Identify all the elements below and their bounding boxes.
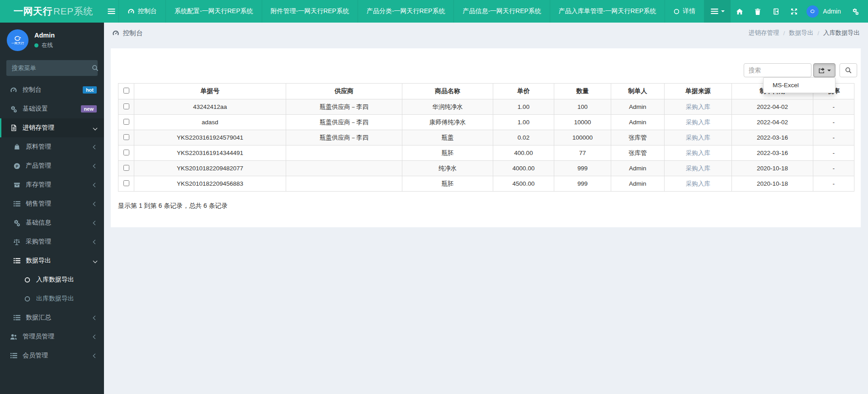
sidebar-item-4[interactable]: P产品管理 (0, 156, 104, 175)
table-cell: YKS2203161914344491 (134, 145, 286, 161)
breadcrumb: 进销存管理 / 数据导出 / 入库数据导出 (749, 29, 860, 37)
sidebar-item-label: 控制台 (23, 86, 42, 94)
breadcrumb-item[interactable]: 进销存管理 (749, 29, 779, 37)
table-cell: - (813, 99, 854, 115)
expand-icon (791, 8, 797, 15)
top-navbar: 一网天行 REP系统 控制台系统配置-一网天行REP系统附件管理-一网天行REP… (0, 0, 868, 23)
sidebar-toggle-button[interactable] (104, 0, 118, 23)
table-cell: - (813, 176, 854, 192)
export-button[interactable] (813, 63, 835, 77)
table-row: YKS2203161914344491瓶胚400.0077张库管采购入库2022… (118, 145, 854, 161)
sidebar-item-8[interactable]: 采购管理 (0, 232, 104, 251)
chevron-left-icon (93, 334, 98, 339)
breadcrumb-item[interactable]: 数据导出 (789, 29, 813, 37)
sidebar-item-label: 出库数据导出 (36, 295, 74, 303)
table-search-button[interactable] (840, 63, 857, 77)
table-cell: 瓶盖供应商－李四 (286, 115, 402, 130)
table-cell: 1.00 (493, 99, 554, 115)
settings-button[interactable] (846, 0, 864, 23)
sidebar-item-7[interactable]: 基础信息 (0, 213, 104, 232)
navbar-avatar[interactable] (807, 5, 819, 18)
table-cell: 100000 (554, 130, 611, 145)
sidebar-item-14[interactable]: 会员管理 (0, 346, 104, 365)
select-all-header (118, 84, 134, 99)
sidebar-user-status-label: 在线 (42, 42, 53, 49)
chevron-left-icon (93, 183, 98, 187)
sidebar-item-2[interactable]: 进销存管理 (0, 118, 104, 137)
circle-o-icon (674, 9, 679, 14)
table-cell[interactable]: 采购入库 (665, 145, 732, 161)
nav-tab-4[interactable]: 产品信息-一网天行REP系统 (454, 0, 550, 23)
sidebar-item-label: 入库数据导出 (36, 276, 74, 284)
row-checkbox[interactable] (123, 165, 129, 171)
table-search-input[interactable] (744, 63, 811, 77)
table-cell[interactable]: 采购入库 (665, 115, 732, 130)
status-badge: new (81, 105, 97, 113)
clear-cache-button[interactable] (749, 0, 767, 23)
app-logo-rest: REP系统 (53, 5, 93, 18)
sidebar-item-label: 数据汇总 (26, 314, 51, 322)
table-cell: 77 (554, 145, 611, 161)
nav-tab-label: 附件管理-一网天行REP系统 (271, 7, 349, 15)
export-option-ms-excel[interactable]: MS-Excel (764, 80, 835, 91)
row-checkbox[interactable] (123, 134, 129, 140)
nav-tab-1[interactable]: 系统配置-一网天行REP系统 (166, 0, 262, 23)
nav-tab-3[interactable]: 产品分类-一网天行REP系统 (358, 0, 454, 23)
table-cell: Admin (611, 115, 665, 130)
table-row: 43242412aa瓶盖供应商－李四华润纯净水1.00100Admin采购入库2… (118, 99, 854, 115)
table-cell: Admin (611, 161, 665, 176)
row-checkbox[interactable] (123, 150, 129, 155)
layout-dropdown-button[interactable] (704, 0, 731, 23)
nav-tab-5[interactable]: 产品入库单管理-一网天行REP系统 (550, 0, 665, 23)
sidebar-item-0[interactable]: 控制台hot (0, 80, 104, 99)
sidebar-item-12[interactable]: 数据汇总 (0, 308, 104, 327)
sidebar-item-13[interactable]: 管理员管理 (0, 327, 104, 346)
sidebar-item-5[interactable]: 库存管理 (0, 175, 104, 194)
chevron-left-icon (93, 202, 98, 206)
sidebar-item-11[interactable]: 出库数据导出 (0, 289, 104, 308)
table-row: adasd瓶盖供应商－李四康师傅纯净水1.0010000Admin采购入库202… (118, 115, 854, 130)
menu-icon (711, 8, 718, 14)
row-checkbox[interactable] (123, 103, 129, 109)
row-checkbox[interactable] (123, 180, 129, 186)
navbar-username[interactable]: Admin (823, 8, 841, 15)
nav-tab-2[interactable]: 附件管理-一网天行REP系统 (262, 0, 358, 23)
export-icon (818, 67, 825, 74)
main-content: 控制台 进销存管理 / 数据导出 / 入库数据导出 MS-Excel 单据号供应… (104, 23, 868, 394)
sidebar-search (6, 60, 98, 76)
row-checkbox[interactable] (123, 119, 129, 125)
sidebar-search-input[interactable] (12, 65, 92, 71)
table-cell (286, 161, 402, 176)
table-cell: YKS2203161924579041 (134, 130, 286, 145)
row-select-cell (118, 145, 134, 161)
table-cell: YKS2010182209482077 (134, 161, 286, 176)
archive-icon (13, 182, 21, 188)
table-cell[interactable]: 采购入库 (665, 99, 732, 115)
gears-icon (852, 8, 859, 15)
sidebar-item-6[interactable]: 销售管理 (0, 194, 104, 213)
table-cell: 999 (554, 176, 611, 192)
sidebar-item-label: 会员管理 (23, 352, 48, 360)
nav-tab-label: 控制台 (138, 7, 157, 15)
fullscreen-button[interactable] (785, 0, 803, 23)
table-cell[interactable]: 采购入库 (665, 130, 732, 145)
table-cell[interactable]: 采购入库 (665, 161, 732, 176)
nav-tab-6[interactable]: 详情 (665, 0, 704, 23)
select-all-checkbox[interactable] (123, 88, 129, 94)
clipboard-button[interactable] (767, 0, 785, 23)
table-row: YKS2203161924579041瓶盖供应商－李四瓶盖0.02100000张… (118, 130, 854, 145)
sidebar-item-9[interactable]: 数据导出 (0, 251, 104, 270)
sidebar-item-label: 采购管理 (26, 238, 51, 246)
sidebar-item-label: 基础信息 (26, 219, 51, 227)
table-cell: 瓶胚 (402, 145, 493, 161)
sidebar-item-10[interactable]: 入库数据导出 (0, 270, 104, 289)
sidebar-item-1[interactable]: 基础设置new (0, 99, 104, 118)
home-button[interactable] (731, 0, 749, 23)
sidebar-item-3[interactable]: 原料管理 (0, 137, 104, 156)
search-icon (92, 65, 99, 71)
list-icon (9, 352, 18, 359)
app-logo-bold: 一网天行 (14, 5, 52, 18)
table-cell[interactable]: 采购入库 (665, 176, 732, 192)
nav-tab-0[interactable]: 控制台 (118, 0, 166, 23)
sidebar-item-label: 库存管理 (26, 181, 51, 189)
